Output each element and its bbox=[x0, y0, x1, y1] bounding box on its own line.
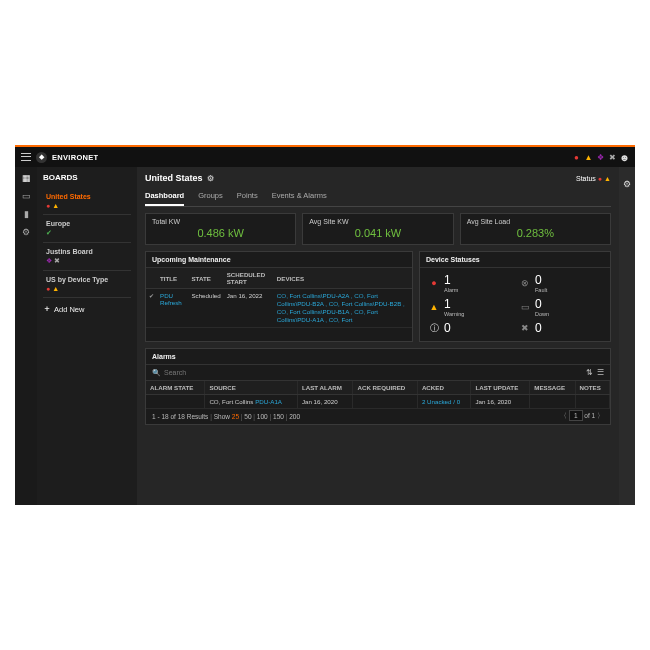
sidebar: BOARDS United States ●▲ Europe ✔ Justins… bbox=[37, 167, 137, 505]
nav-rail: ▦ ▭ ▮ ⚙ bbox=[15, 167, 37, 505]
check-icon: ✔ bbox=[146, 289, 157, 328]
col-ack-req[interactable]: ACK REQUIRED bbox=[353, 381, 417, 395]
app-window: ◆ ENVIRONET ● ▲ ❖ ✖ ☻ ▦ ▭ ▮ ⚙ BOARDS Uni… bbox=[15, 145, 635, 505]
warning-icon: ▲ bbox=[604, 175, 611, 182]
pager: 1 - 18 of 18 Results | Show 25 | 50 | 10… bbox=[146, 409, 610, 424]
col-title[interactable]: TITLE bbox=[157, 268, 188, 289]
add-new-button[interactable]: ＋ Add New bbox=[43, 304, 131, 314]
next-page-icon[interactable]: 〉 bbox=[597, 412, 604, 419]
status-fault[interactable]: ⊗ 0Fault bbox=[519, 273, 602, 293]
kpi-avg-site-kw: Avg Site KW 0.041 kW bbox=[302, 213, 453, 245]
tools-icon: ✖ bbox=[54, 257, 60, 265]
page-status: Status ● ▲ bbox=[576, 175, 611, 182]
gear-icon[interactable]: ⚙ bbox=[207, 174, 214, 183]
tabs: Dashboard Groups Points Events & Alarms bbox=[145, 191, 611, 207]
link-icon[interactable]: ❖ bbox=[596, 153, 605, 162]
col-notes[interactable]: NOTES bbox=[575, 381, 609, 395]
tools-icon[interactable]: ✖ bbox=[608, 153, 617, 162]
brand-name: ENVIRONET bbox=[52, 153, 98, 162]
alarm-icon: ● bbox=[46, 285, 50, 292]
sidebar-item-justins[interactable]: Justins Board ❖✖ bbox=[43, 243, 131, 271]
status-warning[interactable]: ▲ 1Warning bbox=[428, 297, 511, 317]
rail-devices-icon[interactable]: ▮ bbox=[24, 209, 29, 219]
columns-icon[interactable]: ☰ bbox=[597, 368, 604, 377]
tab-groups[interactable]: Groups bbox=[198, 191, 223, 206]
table-row[interactable]: CO, Fort Collins PDU-A1A Jan 16, 2020 2 … bbox=[146, 395, 610, 409]
page-size-200[interactable]: 200 bbox=[289, 413, 300, 420]
sidebar-item-usbydevice[interactable]: US by Device Type ●▲ bbox=[43, 271, 131, 298]
col-alarm-state[interactable]: ALARM STATE bbox=[146, 381, 205, 395]
alarm-icon: ● bbox=[598, 175, 602, 182]
alarms-panel: Alarms 🔍 ⇅ ☰ ALARM STATE bbox=[145, 348, 611, 425]
warning-icon: ▲ bbox=[52, 285, 59, 292]
page-size-150[interactable]: 150 bbox=[273, 413, 284, 420]
status-maint[interactable]: ✖ 0 bbox=[519, 321, 602, 335]
page-size-50[interactable]: 50 bbox=[244, 413, 251, 420]
col-devices[interactable]: DEVICES bbox=[274, 268, 412, 289]
warning-icon: ▲ bbox=[428, 301, 440, 313]
alarm-icon: ● bbox=[428, 277, 440, 289]
gear-icon[interactable]: ⚙ bbox=[623, 179, 631, 189]
fault-icon: ⊗ bbox=[519, 277, 531, 289]
col-last-update[interactable]: LAST UPDATE bbox=[471, 381, 530, 395]
table-row[interactable]: ✔ PDU Refresh Scheduled Jan 16, 2022 CO,… bbox=[146, 289, 412, 328]
plus-icon: ＋ bbox=[43, 304, 51, 314]
warning-icon[interactable]: ▲ bbox=[584, 153, 593, 162]
page-size-25[interactable]: 25 bbox=[232, 413, 239, 420]
alarm-icon[interactable]: ● bbox=[572, 153, 581, 162]
kpi-avg-site-load: Avg Site Load 0.283% bbox=[460, 213, 611, 245]
down-icon: ▭ bbox=[519, 301, 531, 313]
search-icon: 🔍 bbox=[152, 369, 161, 377]
warning-icon: ▲ bbox=[52, 202, 59, 209]
rail-settings-icon[interactable]: ⚙ bbox=[22, 227, 30, 237]
rail-groups-icon[interactable]: ▭ bbox=[22, 191, 31, 201]
right-rail: ⚙ bbox=[619, 167, 635, 505]
col-start[interactable]: SCHEDULED START bbox=[224, 268, 274, 289]
page-size-100[interactable]: 100 bbox=[257, 413, 268, 420]
topbar-status-icons: ● ▲ ❖ ✖ ☻ bbox=[572, 153, 629, 162]
alarm-icon: ● bbox=[46, 202, 50, 209]
logo-icon: ◆ bbox=[36, 152, 47, 163]
search-input[interactable]: 🔍 bbox=[152, 369, 224, 377]
col-message[interactable]: MESSAGE bbox=[530, 381, 575, 395]
filter-icon[interactable]: ⇅ bbox=[586, 368, 593, 377]
prev-page-icon[interactable]: 〈 bbox=[560, 412, 567, 419]
sidebar-title: BOARDS bbox=[43, 173, 131, 182]
topbar: ◆ ENVIRONET ● ▲ ❖ ✖ ☻ bbox=[15, 147, 635, 167]
col-source[interactable]: SOURCE bbox=[205, 381, 298, 395]
status-down[interactable]: ▭ 0Down bbox=[519, 297, 602, 317]
tab-events[interactable]: Events & Alarms bbox=[272, 191, 327, 206]
col-acked[interactable]: ACKED bbox=[417, 381, 471, 395]
status-info[interactable]: ⓘ 0 bbox=[428, 321, 511, 335]
info-icon: ⓘ bbox=[428, 322, 440, 334]
sidebar-item-europe[interactable]: Europe ✔ bbox=[43, 215, 131, 243]
page-nav: 〈 1 of 1 〉 bbox=[560, 412, 604, 421]
col-last-alarm[interactable]: LAST ALARM bbox=[297, 381, 353, 395]
upcoming-maintenance-panel: Upcoming Maintenance TITLE STATE SCHEDUL… bbox=[145, 251, 413, 342]
status-alarm[interactable]: ● 1Alarm bbox=[428, 273, 511, 293]
kpi-total-kw: Total KW 0.486 kW bbox=[145, 213, 296, 245]
menu-icon[interactable] bbox=[21, 152, 31, 162]
link-icon: ❖ bbox=[46, 257, 52, 265]
rail-boards-icon[interactable]: ▦ bbox=[22, 173, 31, 183]
user-icon[interactable]: ☻ bbox=[620, 153, 629, 162]
tab-dashboard[interactable]: Dashboard bbox=[145, 191, 184, 206]
sidebar-item-us[interactable]: United States ●▲ bbox=[43, 188, 131, 215]
device-statuses-panel: Device Statuses ● 1Alarm ⊗ 0Fault bbox=[419, 251, 611, 342]
page-title: United States ⚙ bbox=[145, 173, 214, 183]
maintenance-icon: ✖ bbox=[519, 322, 531, 334]
ok-icon: ✔ bbox=[46, 229, 52, 237]
col-state[interactable]: STATE bbox=[188, 268, 223, 289]
tab-points[interactable]: Points bbox=[237, 191, 258, 206]
